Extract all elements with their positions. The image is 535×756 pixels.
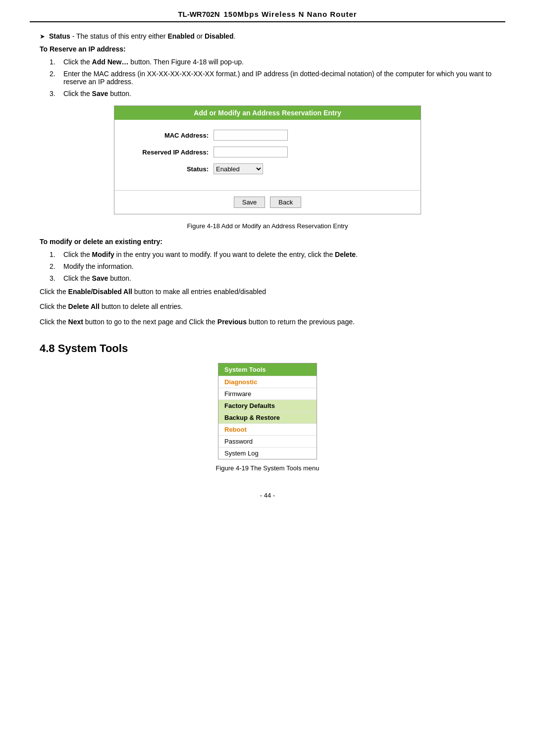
status-row: Status: Enabled Disabled xyxy=(129,163,406,174)
modify-step-1: 1. Click the Modify in the entry you wan… xyxy=(50,251,495,258)
mac-address-input[interactable] xyxy=(214,130,288,141)
status-label: Status xyxy=(49,32,70,40)
modify-step-2: 2. Modify the information. xyxy=(50,262,495,270)
system-tools-menu-box: System Tools Diagnostic Firmware Factory… xyxy=(218,363,317,459)
status-text: Status - The status of this entry either… xyxy=(49,32,235,40)
modify-num-1: 1. xyxy=(50,251,59,258)
back-button[interactable]: Back xyxy=(270,197,301,208)
modify-step-3-text: Click the Save button. xyxy=(63,274,131,282)
menu-item-reboot[interactable]: Reboot xyxy=(218,423,317,435)
mac-address-label: MAC Address: xyxy=(129,132,209,139)
reserve-step-1: 1. Click the Add New… button. Then Figur… xyxy=(50,58,495,66)
figure-19-caption: Figure 4-19 The System Tools menu xyxy=(40,464,495,472)
reservation-form-box: Add or Modify an Address Reservation Ent… xyxy=(114,105,421,214)
router-description: 150Mbps Wireless N Nano Router xyxy=(224,10,357,18)
menu-item-password[interactable]: Password xyxy=(218,435,317,447)
status-field-label: Status: xyxy=(129,165,209,173)
menu-item-firmware[interactable]: Firmware xyxy=(218,388,317,400)
next-previous-para: Click the Next button to go to the next … xyxy=(40,316,495,327)
menu-item-system-log[interactable]: System Log xyxy=(218,447,317,459)
page-header: TL-WR702N 150Mbps Wireless N Nano Router xyxy=(30,10,505,22)
modify-step-1-text: Click the Modify in the entry you want t… xyxy=(63,251,358,258)
modify-steps: 1. Click the Modify in the entry you wan… xyxy=(50,251,495,282)
section-title-text: System Tools xyxy=(58,342,128,354)
enabled-text: Enabled xyxy=(167,32,194,40)
step-2-text: Enter the MAC address (in XX-XX-XX-XX-XX… xyxy=(63,70,495,86)
menu-item-factory-defaults[interactable]: Factory Defaults xyxy=(218,400,317,411)
figure-18-caption: Figure 4-18 Add or Modify an Address Res… xyxy=(40,222,495,230)
bullet-arrow-icon: ➤ xyxy=(40,33,45,40)
form-box-body: MAC Address: Reserved IP Address: Status… xyxy=(114,120,421,190)
reserve-steps: 1. Click the Add New… button. Then Figur… xyxy=(50,58,495,98)
reserved-ip-label: Reserved IP Address: xyxy=(129,149,209,156)
menu-item-diagnostic[interactable]: Diagnostic xyxy=(218,376,317,388)
modify-num-2: 2. xyxy=(50,262,59,270)
step-num-1: 1. xyxy=(50,58,59,66)
form-box-footer: Save Back xyxy=(114,190,421,214)
modify-num-3: 3. xyxy=(50,274,59,282)
form-box-header: Add or Modify an Address Reservation Ent… xyxy=(114,106,421,120)
step-num-3: 3. xyxy=(50,90,59,98)
save-button[interactable]: Save xyxy=(234,197,266,208)
modify-step-2-text: Modify the information. xyxy=(63,262,134,270)
modify-heading: To modify or delete an existing entry: xyxy=(40,238,495,246)
delete-all-para: Click the Delete All button to delete al… xyxy=(40,301,495,312)
page-number: - 44 - xyxy=(30,492,505,499)
step-3-text: Click the Save button. xyxy=(63,90,131,98)
page-content: ➤ Status - The status of this entry eith… xyxy=(30,32,505,472)
reserved-ip-row: Reserved IP Address: xyxy=(129,147,406,157)
model-name: TL-WR702N xyxy=(178,10,219,18)
reserve-step-2: 2. Enter the MAC address (in XX-XX-XX-XX… xyxy=(50,70,495,86)
status-bullet: ➤ Status - The status of this entry eith… xyxy=(40,32,495,40)
status-select[interactable]: Enabled Disabled xyxy=(214,163,263,174)
section-num: 4.8 xyxy=(40,342,55,354)
modify-step-3: 3. Click the Save button. xyxy=(50,274,495,282)
enable-disabled-para: Click the Enable/Disabled All button to … xyxy=(40,286,495,297)
disabled-text: Disabled xyxy=(205,32,233,40)
section-48-title: 4.8 System Tools xyxy=(40,342,495,355)
step-1-text: Click the Add New… button. Then Figure 4… xyxy=(63,58,244,66)
reserve-heading: To Reserve an IP address: xyxy=(40,45,495,53)
reserved-ip-input[interactable] xyxy=(214,147,288,157)
step-num-2: 2. xyxy=(50,70,59,86)
menu-box-header: System Tools xyxy=(218,363,317,376)
menu-item-backup-restore[interactable]: Backup & Restore xyxy=(218,411,317,423)
mac-address-row: MAC Address: xyxy=(129,130,406,141)
reserve-step-3: 3. Click the Save button. xyxy=(50,90,495,98)
